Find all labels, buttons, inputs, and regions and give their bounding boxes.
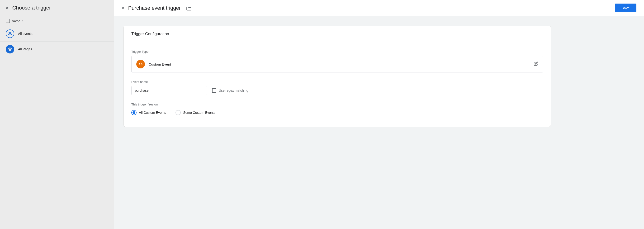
- event-name-label: Event name: [131, 80, 543, 84]
- config-card-body: Trigger Type Custom Event: [124, 42, 551, 126]
- svg-point-1: [10, 49, 11, 50]
- fires-on-section: This trigger fires on All Custom Events …: [131, 102, 543, 115]
- radio-some-label: Some Custom Events: [183, 111, 215, 114]
- trigger-item-all-events[interactable]: All events: [0, 26, 114, 42]
- trigger-configuration-card: Trigger Configuration Trigger Type Custo…: [124, 26, 551, 127]
- radio-all-outer: [131, 110, 136, 115]
- radio-some-outer: [176, 110, 181, 115]
- radio-all-custom-events[interactable]: All Custom Events: [131, 110, 166, 115]
- sort-checkbox[interactable]: [6, 19, 10, 23]
- main-area: × Purchase event trigger Save Trigger Co…: [114, 0, 644, 229]
- config-card-title: Trigger Configuration: [131, 32, 169, 36]
- trigger-type-name: Custom Event: [149, 62, 538, 66]
- svg-point-0: [10, 33, 11, 34]
- content-area: Trigger Configuration Trigger Type Custo…: [114, 16, 644, 229]
- left-panel-close-button[interactable]: ×: [6, 6, 8, 10]
- custom-event-icon: [136, 60, 145, 68]
- trigger-item-all-pages[interactable]: All Pages: [0, 42, 114, 57]
- regex-matching-label[interactable]: Use regex matching: [212, 88, 248, 93]
- event-name-input[interactable]: [131, 86, 207, 95]
- all-events-label: All events: [18, 32, 32, 36]
- radio-all-label: All Custom Events: [139, 111, 166, 114]
- all-pages-icon: [6, 45, 14, 54]
- folder-icon[interactable]: [184, 6, 192, 11]
- fires-on-label: This trigger fires on: [131, 102, 543, 106]
- right-panel-close-button[interactable]: ×: [122, 6, 124, 10]
- pencil-icon: [534, 62, 538, 66]
- sort-arrow-icon: ↑: [22, 19, 24, 23]
- trigger-type-label: Trigger Type: [131, 50, 543, 54]
- all-events-icon: [6, 30, 14, 38]
- eye-filled-icon: [8, 47, 12, 52]
- left-panel-header: × Choose a trigger: [0, 0, 114, 16]
- config-card-header: Trigger Configuration: [124, 26, 551, 42]
- sort-label: Name: [12, 19, 20, 23]
- right-panel-header: × Purchase event trigger Save: [114, 0, 644, 16]
- all-pages-label: All Pages: [18, 47, 32, 51]
- regex-label-text: Use regex matching: [219, 88, 248, 92]
- regex-checkbox[interactable]: [212, 88, 216, 93]
- code-icon: [138, 62, 143, 66]
- event-name-row: Use regex matching: [131, 86, 543, 95]
- right-panel-title: Purchase event trigger: [128, 5, 611, 11]
- choose-trigger-panel: × Choose a trigger Name ↑ All events All…: [0, 0, 114, 229]
- radio-group: All Custom Events Some Custom Events: [131, 110, 543, 115]
- trigger-type-section: Trigger Type Custom Event: [131, 50, 543, 72]
- trigger-type-box[interactable]: Custom Event: [131, 56, 543, 72]
- radio-some-custom-events[interactable]: Some Custom Events: [176, 110, 215, 115]
- left-panel-title: Choose a trigger: [12, 5, 51, 11]
- event-name-section: Event name Use regex matching: [131, 80, 543, 95]
- left-panel-subheader: Name ↑: [0, 16, 114, 26]
- save-button[interactable]: Save: [615, 4, 636, 12]
- radio-all-inner: [132, 111, 135, 114]
- eye-outline-icon: [8, 31, 12, 36]
- edit-icon[interactable]: [534, 62, 538, 67]
